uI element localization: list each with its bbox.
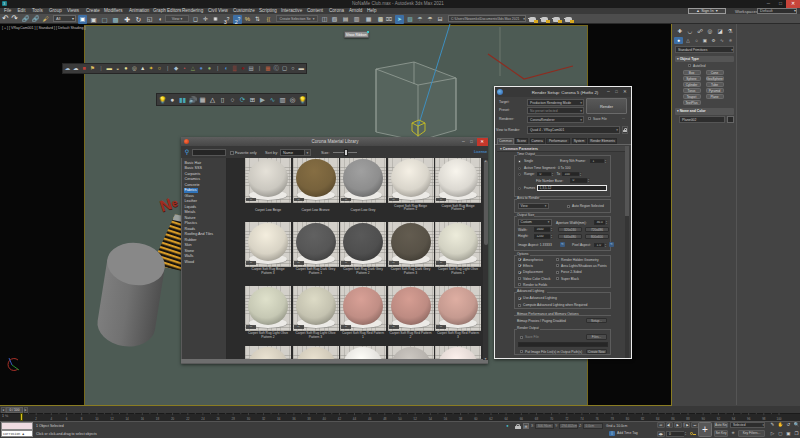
svg-text:Ne: Ne [158, 193, 180, 215]
